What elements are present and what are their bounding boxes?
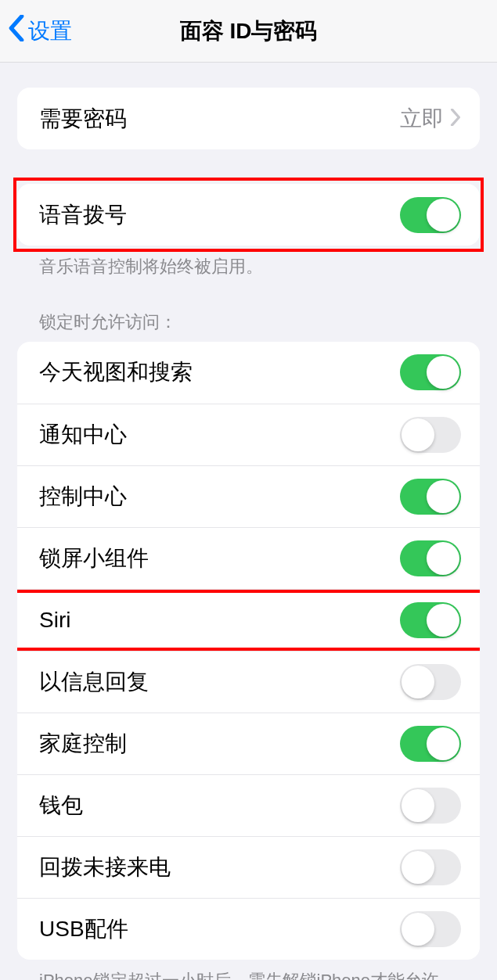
lock-access-row[interactable]: Siri xyxy=(17,589,480,651)
lock-access-toggle[interactable] xyxy=(400,602,461,638)
lock-access-label: Siri xyxy=(39,608,70,633)
page-title: 面容 ID与密码 xyxy=(0,16,497,46)
lock-access-toggle[interactable] xyxy=(400,354,461,390)
lock-access-row[interactable]: 钱包 xyxy=(17,774,480,836)
chevron-left-icon xyxy=(8,15,25,47)
lock-access-header: 锁定时允许访问： xyxy=(17,311,480,342)
lock-access-toggle[interactable] xyxy=(400,788,461,824)
lock-access-row[interactable]: 回拨未接来电 xyxy=(17,836,480,898)
require-passcode-group: 需要密码 立即 xyxy=(17,88,480,149)
lock-access-footer: iPhone锁定超过一小时后，需先解锁iPhone才能允许USB配件连接。 xyxy=(17,960,480,980)
voice-dial-row[interactable]: 语音拨号 xyxy=(17,184,480,246)
lock-access-toggle[interactable] xyxy=(400,664,461,700)
navbar: 设置 面容 ID与密码 xyxy=(0,0,497,63)
lock-access-group: 今天视图和搜索通知中心控制中心锁屏小组件Siri以信息回复家庭控制钱包回拨未接来… xyxy=(17,342,480,960)
lock-access-row[interactable]: 今天视图和搜索 xyxy=(17,342,480,404)
lock-access-label: 通知中心 xyxy=(39,420,127,450)
lock-access-label: USB配件 xyxy=(39,914,128,944)
lock-access-toggle[interactable] xyxy=(400,849,461,885)
voice-dial-label: 语音拨号 xyxy=(39,200,127,230)
lock-access-label: 以信息回复 xyxy=(39,667,149,697)
back-button[interactable]: 设置 xyxy=(8,15,72,47)
lock-access-row[interactable]: 以信息回复 xyxy=(17,651,480,713)
lock-access-label: 回拨未接来电 xyxy=(39,853,171,882)
lock-access-row[interactable]: 锁屏小组件 xyxy=(17,527,480,589)
lock-access-row[interactable]: 通知中心 xyxy=(17,404,480,465)
lock-access-toggle[interactable] xyxy=(400,417,461,453)
lock-access-toggle[interactable] xyxy=(400,726,461,762)
lock-access-row[interactable]: 控制中心 xyxy=(17,465,480,527)
lock-access-label: 家庭控制 xyxy=(39,729,127,759)
lock-access-label: 锁屏小组件 xyxy=(39,544,149,573)
lock-access-toggle[interactable] xyxy=(400,911,461,947)
require-passcode-value: 立即 xyxy=(400,104,444,134)
lock-access-toggle[interactable] xyxy=(400,479,461,515)
lock-access-label: 控制中心 xyxy=(39,482,127,512)
voice-dial-group: 语音拨号 xyxy=(17,184,480,246)
lock-access-row[interactable]: USB配件 xyxy=(17,898,480,960)
back-label: 设置 xyxy=(28,16,72,46)
require-passcode-row[interactable]: 需要密码 立即 xyxy=(17,88,480,149)
lock-access-row[interactable]: 家庭控制 xyxy=(17,713,480,774)
voice-dial-toggle[interactable] xyxy=(400,197,461,233)
lock-access-label: 今天视图和搜索 xyxy=(39,357,193,387)
lock-access-label: 钱包 xyxy=(39,791,83,820)
lock-access-toggle[interactable] xyxy=(400,540,461,576)
voice-dial-footer: 音乐语音控制将始终被启用。 xyxy=(17,246,480,279)
chevron-right-icon xyxy=(450,109,461,129)
require-passcode-label: 需要密码 xyxy=(39,104,127,134)
